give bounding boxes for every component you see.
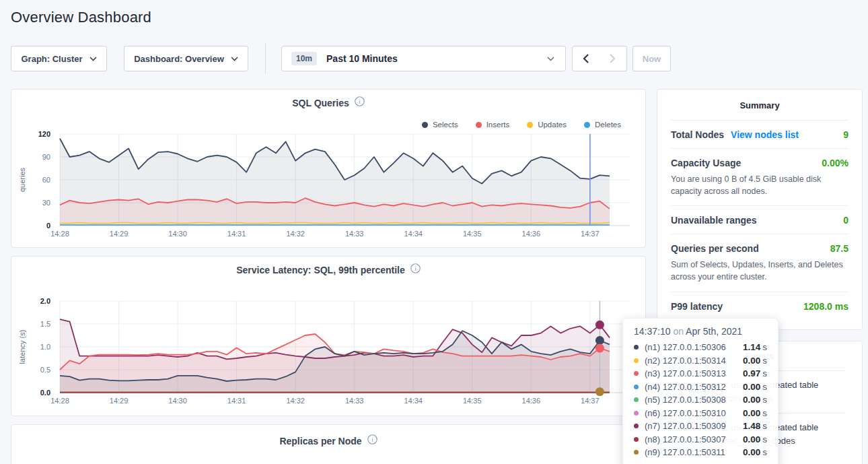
summary-row-queries-per-second: Queries per second 87.5 Sum of Selects, … [671, 234, 848, 291]
svg-text:latency (s): latency (s) [18, 330, 26, 364]
time-range-label: Past 10 Minutes [326, 53, 398, 64]
now-button[interactable]: Now [632, 46, 671, 71]
svg-text:60: 60 [42, 176, 50, 184]
chevron-down-icon [547, 57, 554, 61]
node-color-dot-icon [634, 358, 639, 363]
svg-text:14:30: 14:30 [168, 397, 187, 405]
svg-text:14:31: 14:31 [227, 230, 246, 238]
svg-text:14:37: 14:37 [581, 230, 600, 238]
svg-text:0: 0 [46, 222, 50, 230]
tooltip-row: (n6) 127.0.0.1:503100.00s [634, 407, 767, 420]
stat-label: P99 latency [671, 301, 723, 312]
chevron-right-icon [610, 54, 616, 63]
summary-row-p99-latency: P99 latency 1208.0 ms [671, 292, 848, 320]
hover-point-dot [595, 321, 604, 329]
info-icon[interactable]: i [367, 434, 377, 447]
tooltip-header: 14:37:10 on Apr 5th, 2021 [634, 326, 767, 337]
svg-text:14:33: 14:33 [345, 397, 364, 405]
stat-value: 0.00% [822, 158, 848, 168]
time-range-badge: 10m [291, 52, 317, 65]
view-nodes-link[interactable]: View nodes list [731, 129, 799, 140]
node-color-dot-icon [634, 345, 639, 350]
stat-label: Unavailable ranges [671, 215, 757, 226]
summary-panel: Summary Total Nodes View nodes list 9 Ca… [657, 89, 863, 330]
svg-text:queries: queries [18, 167, 26, 192]
svg-text:30: 30 [42, 199, 50, 207]
node-color-dot-icon [634, 437, 639, 442]
chart-area-fills [60, 139, 610, 226]
node-color-dot-icon [634, 424, 639, 428]
node-color-dot-icon [634, 411, 639, 416]
svg-text:i: i [371, 436, 373, 443]
chart-title: Replicas per Node [279, 436, 361, 446]
service-latency-card: Service Latency: SQL, 99th percentilei 0… [11, 256, 646, 416]
svg-text:14:31: 14:31 [227, 397, 246, 405]
latency-chart-svg[interactable]: 0.00.51.01.52.014:2814:2914:3014:3114:32… [11, 257, 647, 417]
stat-description: You are using 0 B of 4.5 GiB usable disk… [671, 173, 848, 197]
stat-label: Capacity Usage [671, 158, 741, 168]
latency-tooltip: 14:37:10 on Apr 5th, 2021 (n1) 127.0.0.1… [622, 318, 779, 464]
tooltip-row: (n7) 127.0.0.1:503091.48s [634, 420, 767, 433]
hover-point-dot [595, 336, 604, 345]
stat-label: Total Nodes [671, 129, 724, 140]
chevron-down-icon [231, 57, 238, 61]
node-color-dot-icon [634, 385, 639, 389]
overview-dashboard-page: Overview Dashboard Graph: Cluster Dashbo… [0, 0, 868, 464]
svg-text:14:37: 14:37 [581, 397, 600, 405]
svg-text:14:35: 14:35 [463, 397, 482, 405]
svg-text:0.5: 0.5 [40, 366, 50, 374]
svg-text:90: 90 [42, 153, 50, 161]
replicas-per-node-card: Replicas per Nodei [11, 424, 646, 464]
svg-text:14:33: 14:33 [345, 230, 364, 238]
stat-value: 9 [843, 129, 848, 140]
sql-queries-card: SQL Queriesi SelectsInsertsUpdatesDelete… [11, 89, 646, 248]
stat-value: 1208.0 ms [803, 301, 848, 312]
svg-text:0.0: 0.0 [40, 389, 50, 397]
chevron-left-icon [583, 54, 589, 63]
tooltip-row: (n8) 127.0.0.1:503070.00s [634, 433, 767, 446]
sql-chart-svg[interactable]: 030609012014:2814:2914:3014:3114:3214:33… [11, 90, 647, 248]
tooltip-row: (n3) 127.0.0.1:503130.97s [634, 367, 767, 380]
tooltip-row: (n4) 127.0.0.1:503120.00s [634, 380, 767, 394]
tooltip-row: (n2) 127.0.0.1:503140.00s [634, 354, 767, 368]
summary-title: Summary [671, 100, 848, 110]
svg-text:1.0: 1.0 [40, 343, 50, 351]
graph-dropdown[interactable]: Graph: Cluster [11, 46, 107, 71]
stat-label: Queries per second [671, 243, 759, 254]
summary-row-capacity-usage: Capacity Usage 0.00% You are using 0 B o… [671, 148, 848, 205]
node-color-dot-icon [634, 397, 639, 402]
svg-text:14:32: 14:32 [286, 397, 305, 405]
tooltip-row: (n9) 127.0.0.1:503110.00s [634, 446, 767, 459]
hover-point-dot [595, 387, 604, 396]
summary-row-total-nodes: Total Nodes View nodes list 9 [671, 120, 848, 148]
graph-dropdown-label: Graph: Cluster [21, 54, 82, 64]
stat-value: 87.5 [830, 243, 848, 254]
node-color-dot-icon [634, 450, 639, 455]
svg-text:14:35: 14:35 [463, 230, 482, 238]
chevron-down-icon [89, 57, 97, 61]
svg-text:14:29: 14:29 [110, 397, 129, 405]
time-next-button[interactable] [599, 46, 627, 71]
controls-divider [265, 43, 266, 74]
svg-text:14:28: 14:28 [50, 230, 69, 238]
svg-text:14:29: 14:29 [110, 230, 129, 238]
svg-text:14:28: 14:28 [50, 397, 69, 405]
summary-row-unavailable-ranges: Unavailable ranges 0 [671, 205, 848, 234]
page-title: Overview Dashboard [11, 9, 151, 26]
tooltip-row: (n5) 127.0.0.1:503080.00s [634, 393, 767, 407]
svg-text:120: 120 [38, 130, 50, 138]
node-color-dot-icon [634, 371, 639, 376]
svg-text:1.5: 1.5 [40, 320, 50, 328]
dashboard-controls: Graph: Cluster Dashboard: Overview 10m P… [0, 46, 868, 71]
svg-text:14:34: 14:34 [404, 230, 423, 238]
svg-text:2.0: 2.0 [40, 297, 50, 305]
stat-description: Sum of Selects, Updates, Inserts, and De… [671, 259, 848, 283]
dashboard-dropdown[interactable]: Dashboard: Overview [124, 46, 248, 71]
hover-point-dot [595, 344, 604, 353]
time-range-picker[interactable]: 10m Past 10 Minutes [281, 46, 566, 71]
time-prev-button[interactable] [572, 46, 600, 71]
svg-text:14:36: 14:36 [522, 397, 541, 405]
svg-text:14:30: 14:30 [168, 230, 187, 238]
svg-text:14:34: 14:34 [404, 397, 423, 405]
svg-text:14:32: 14:32 [286, 230, 305, 238]
